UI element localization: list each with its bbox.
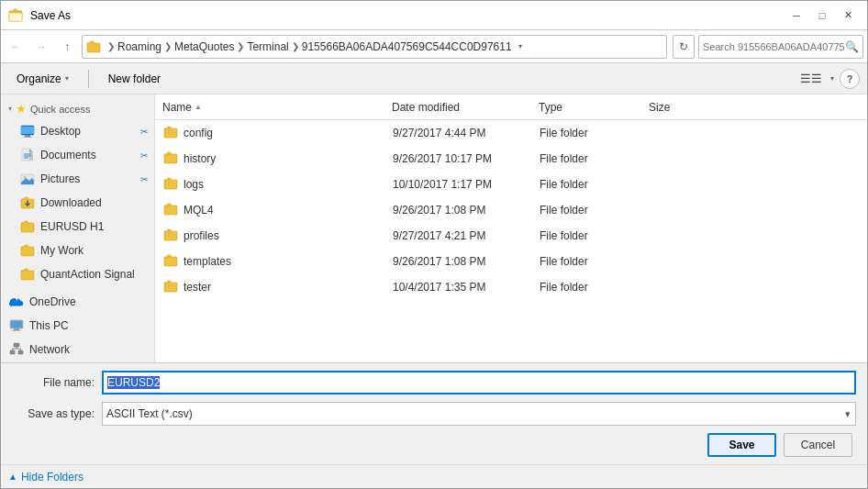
window-controls: ─ □ ✕: [785, 6, 860, 25]
sidebar-network-label: Network: [29, 343, 70, 356]
toolbar: Organize ▾ New folder ☰☰ ▾ ?: [1, 63, 867, 94]
onedrive-icon: [9, 295, 24, 309]
table-row[interactable]: profiles 9/27/2017 4:21 PM File folder: [155, 223, 867, 249]
organize-label: Organize: [17, 72, 61, 85]
folder-icon: [163, 279, 178, 296]
column-date[interactable]: Date modified: [392, 101, 539, 114]
table-row[interactable]: tester 10/4/2017 1:35 PM File folder: [155, 274, 867, 300]
minimize-button[interactable]: ─: [785, 6, 808, 25]
file-type: File folder: [540, 127, 650, 139]
file-name-cell: profiles: [163, 228, 393, 245]
bottom-bar: File name: Save as type: ASCII Text (*.c…: [1, 362, 867, 464]
search-input[interactable]: [703, 41, 845, 52]
file-date: 10/10/2017 1:17 PM: [393, 178, 540, 191]
breadcrumb-roaming[interactable]: Roaming: [117, 40, 161, 53]
table-row[interactable]: MQL4 9/26/2017 1:08 PM File folder: [155, 197, 867, 223]
svg-rect-25: [10, 350, 15, 354]
sidebar-item-pictures[interactable]: Pictures ✂: [1, 167, 154, 191]
pin-pictures-icon: ✂: [140, 174, 148, 184]
breadcrumb-sep-4: ❯: [292, 41, 299, 51]
column-type[interactable]: Type: [539, 101, 649, 114]
hide-folders-row: ▲ Hide Folders: [1, 464, 867, 488]
column-size-label: Size: [649, 101, 670, 114]
view-chevron-icon: ▾: [830, 74, 834, 83]
breadcrumb-terminal[interactable]: Terminal: [247, 40, 288, 53]
save-as-dialog: Save As ─ □ ✕ ← → ↑ ❯ Roaming ❯ MetaQuot…: [0, 0, 868, 489]
quick-access-chevron-icon: ▾: [8, 105, 12, 113]
breadcrumb-folder-icon: [86, 39, 105, 54]
filename-label: File name:: [12, 376, 95, 389]
sidebar-item-documents[interactable]: Documents ✂: [1, 143, 154, 167]
documents-icon: [20, 148, 35, 162]
view-icon-button[interactable]: ☰☰: [794, 68, 829, 89]
folder-icon: [163, 150, 178, 168]
svg-rect-22: [14, 328, 19, 330]
new-folder-label: New folder: [108, 72, 161, 85]
maximize-button[interactable]: □: [810, 6, 834, 25]
table-row[interactable]: templates 9/26/2017 1:08 PM File folder: [155, 249, 867, 274]
file-date: 9/27/2017 4:21 PM: [393, 229, 540, 242]
column-name[interactable]: Name ▲: [162, 101, 392, 114]
table-row[interactable]: logs 10/10/2017 1:17 PM File folder: [155, 172, 867, 197]
search-icon: 🔍: [845, 40, 859, 53]
breadcrumb-dropdown-button[interactable]: ▾: [512, 38, 529, 56]
mywork-icon: [20, 243, 35, 258]
sidebar-item-mywork[interactable]: My Work: [1, 239, 154, 262]
svg-rect-5: [25, 135, 30, 137]
file-name-text: config: [184, 127, 213, 139]
savetype-label: Save as type:: [12, 407, 95, 420]
file-type: File folder: [540, 229, 650, 242]
file-name-cell: templates: [163, 253, 393, 271]
cancel-button[interactable]: Cancel: [784, 433, 852, 457]
table-row[interactable]: history 9/26/2017 10:17 PM File folder: [155, 146, 867, 172]
quick-access-label: Quick access: [30, 104, 90, 115]
file-name-cell: logs: [163, 176, 393, 194]
cancel-label: Cancel: [801, 439, 835, 451]
folder-icon: [163, 176, 178, 194]
svg-rect-6: [23, 137, 32, 138]
sidebar-item-thispc[interactable]: This PC: [1, 314, 154, 338]
column-type-label: Type: [539, 101, 562, 114]
sidebar-item-quantaction[interactable]: QuantAction Signal: [1, 262, 154, 286]
up-button[interactable]: ↑: [56, 36, 78, 58]
sidebar-item-desktop[interactable]: Desktop ✂: [1, 119, 154, 143]
sidebar-onedrive-label: OneDrive: [29, 295, 76, 308]
column-name-label: Name: [162, 101, 192, 114]
savetype-select-wrapper: ASCII Text (*.csv): [102, 402, 856, 426]
filename-input[interactable]: [102, 371, 856, 395]
forward-button[interactable]: →: [30, 36, 52, 58]
sidebar-item-downloaded[interactable]: Downloaded: [1, 191, 154, 215]
file-name-text: profiles: [184, 229, 219, 242]
svg-rect-26: [18, 350, 23, 354]
file-date: 9/26/2017 1:08 PM: [393, 204, 540, 217]
search-bar: 🔍: [698, 35, 863, 59]
pin-icon: ✂: [140, 127, 148, 137]
quick-access-star-icon: ★: [16, 102, 27, 116]
table-row[interactable]: config 9/27/2017 4:44 PM File folder: [155, 120, 867, 146]
refresh-button[interactable]: ↻: [673, 35, 695, 59]
hide-folders-button[interactable]: Hide Folders: [21, 471, 83, 483]
breadcrumb-guid[interactable]: 915566BA06ADA407569C544CC0D97611: [302, 40, 512, 53]
file-type: File folder: [540, 178, 650, 191]
save-button[interactable]: Save: [707, 433, 776, 457]
back-button[interactable]: ←: [5, 36, 27, 58]
organize-button[interactable]: Organize ▾: [8, 69, 77, 89]
file-header: Name ▲ Date modified Type Size: [155, 94, 867, 120]
breadcrumb-sep-1: ❯: [107, 41, 115, 51]
save-label: Save: [729, 439, 754, 451]
help-button[interactable]: ?: [840, 69, 860, 89]
folder-icon: [163, 253, 178, 271]
svg-rect-34: [164, 206, 177, 215]
breadcrumb-sep-3: ❯: [237, 41, 244, 51]
sidebar-item-network[interactable]: Network: [1, 338, 154, 361]
file-name-cell: MQL4: [163, 202, 393, 219]
savetype-select[interactable]: ASCII Text (*.csv): [102, 402, 856, 426]
sidebar-item-onedrive[interactable]: OneDrive: [1, 290, 154, 314]
close-button[interactable]: ✕: [836, 6, 860, 25]
new-folder-button[interactable]: New folder: [100, 69, 169, 89]
column-size[interactable]: Size: [649, 101, 722, 114]
quick-access-header[interactable]: ▾ ★ Quick access: [1, 98, 154, 119]
sidebar-item-eurusd[interactable]: EURUSD H1: [1, 215, 154, 239]
breadcrumb[interactable]: ❯ Roaming ❯ MetaQuotes ❯ Terminal ❯ 9155…: [82, 35, 667, 59]
breadcrumb-metaquotes[interactable]: MetaQuotes: [174, 40, 234, 53]
